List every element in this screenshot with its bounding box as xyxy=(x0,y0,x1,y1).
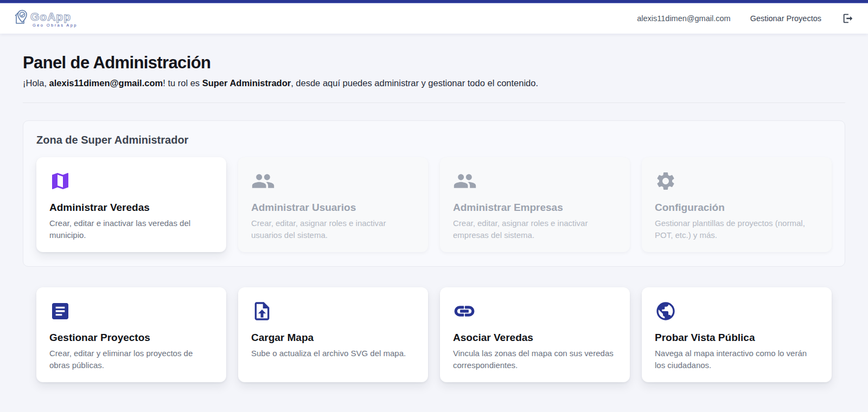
logout-icon xyxy=(842,12,854,24)
logo-subtitle: Geo Obras App xyxy=(33,23,78,28)
admin-dashboard: Panel de Administración ¡Hola, alexis11d… xyxy=(0,53,868,382)
card-description: Crear, editar, asignar roles e inactivar… xyxy=(251,217,415,241)
admin-zone-card-grid: Administrar Veredas Crear, editar e inac… xyxy=(36,157,832,252)
card-gestionar-proyectos[interactable]: Gestionar Proyectos Crear, editar y elim… xyxy=(36,287,226,382)
logout-button[interactable] xyxy=(841,11,855,25)
upload-file-icon xyxy=(251,300,415,322)
card-administrar-veredas[interactable]: Administrar Veredas Crear, editar e inac… xyxy=(36,157,226,252)
card-title: Asociar Veredas xyxy=(453,332,617,344)
logo-title: GoApp xyxy=(30,10,71,23)
card-asociar-veredas[interactable]: Asociar Veredas Vincula las zonas del ma… xyxy=(440,287,630,382)
greeting-text: ¡Hola, alexis11dimen@gmail.com! tu rol e… xyxy=(23,78,845,88)
card-description: Crear, editar, asignar roles e inactivar… xyxy=(453,217,617,241)
card-administrar-usuarios[interactable]: Administrar Usuarios Crear, editar, asig… xyxy=(238,157,428,252)
people-icon xyxy=(251,170,415,192)
card-cargar-mapa[interactable]: Cargar Mapa Sube o actualiza el archivo … xyxy=(238,287,428,382)
gear-icon xyxy=(655,170,819,192)
action-card-grid: Gestionar Proyectos Crear, editar y elim… xyxy=(36,287,832,382)
card-configuracion[interactable]: Configuración Gestionar plantillas de pr… xyxy=(642,157,832,252)
greeting-role: Super Administrador xyxy=(202,78,291,88)
card-title: Administrar Usuarios xyxy=(251,202,415,214)
people-icon xyxy=(453,170,617,192)
card-description: Gestionar plantillas de proyectos (norma… xyxy=(655,217,819,241)
greeting-middle: ! tu rol es xyxy=(163,78,202,88)
app-logo[interactable]: GoApp Geo Obras App xyxy=(10,6,91,31)
greeting-suffix: , desde aquí puedes administrar y gestio… xyxy=(291,78,538,88)
link-icon xyxy=(453,300,617,322)
super-admin-zone: Zona de Super Administrador Administrar … xyxy=(23,120,845,267)
card-title: Configuración xyxy=(655,202,819,214)
card-probar-vista-publica[interactable]: Probar Vista Pública Navega al mapa inte… xyxy=(642,287,832,382)
nav-gestionar-proyectos[interactable]: Gestionar Proyectos xyxy=(750,14,821,23)
map-icon xyxy=(49,170,213,192)
divider xyxy=(23,102,845,103)
globe-icon xyxy=(655,300,819,322)
card-title: Administrar Empresas xyxy=(453,202,617,214)
card-description: Crear, editar y eliminar los proyectos d… xyxy=(49,347,213,371)
page-title: Panel de Administración xyxy=(23,53,845,73)
geoapp-logo-graphic: GoApp Geo Obras App xyxy=(10,6,91,31)
greeting-prefix: ¡Hola, xyxy=(23,78,49,88)
card-title: Cargar Mapa xyxy=(251,332,415,344)
card-description: Navega al mapa interactivo como lo verán… xyxy=(655,347,819,371)
super-admin-zone-title: Zona de Super Administrador xyxy=(36,134,832,146)
user-email: alexis11dimen@gmail.com xyxy=(637,14,730,23)
greeting-email: alexis11dimen@gmail.com xyxy=(49,78,163,88)
card-title: Probar Vista Pública xyxy=(655,332,819,344)
card-description: Crear, editar e inactivar las veredas de… xyxy=(49,217,213,241)
card-administrar-empresas[interactable]: Administrar Empresas Crear, editar, asig… xyxy=(440,157,630,252)
card-description: Vincula las zonas del mapa con sus vered… xyxy=(453,347,617,371)
document-icon xyxy=(49,300,213,322)
app-header: GoApp Geo Obras App alexis11dimen@gmail.… xyxy=(0,3,868,34)
card-title: Gestionar Proyectos xyxy=(49,332,213,344)
card-description: Sube o actualiza el archivo SVG del mapa… xyxy=(251,347,415,359)
card-title: Administrar Veredas xyxy=(49,202,213,214)
